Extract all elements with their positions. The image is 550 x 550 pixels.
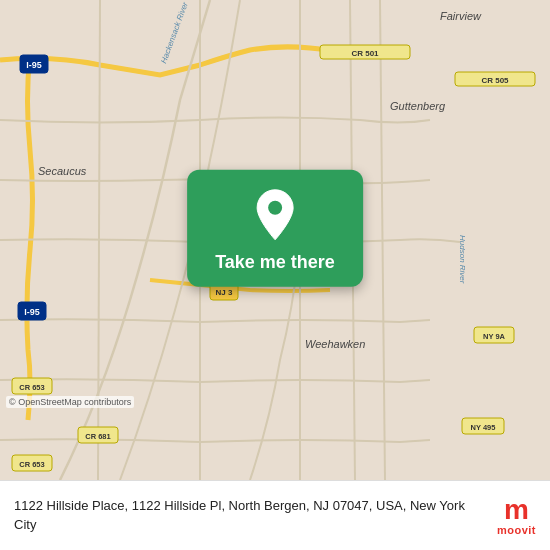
- svg-text:Secaucus: Secaucus: [38, 165, 87, 177]
- svg-text:CR 505: CR 505: [481, 76, 509, 85]
- moovit-brand-text: moovit: [497, 524, 536, 536]
- address-label: 1122 Hillside Place, 1122 Hillside Pl, N…: [14, 498, 465, 531]
- info-bar: 1122 Hillside Place, 1122 Hillside Pl, N…: [0, 480, 550, 550]
- location-pin-icon: [253, 188, 297, 242]
- svg-text:Fairview: Fairview: [440, 10, 482, 22]
- svg-text:Hudson River: Hudson River: [458, 235, 467, 284]
- svg-text:Guttenberg: Guttenberg: [390, 100, 446, 112]
- svg-text:I-95: I-95: [26, 60, 42, 70]
- cta-overlay[interactable]: Take me there: [187, 170, 363, 287]
- take-me-there-button[interactable]: Take me there: [187, 170, 363, 287]
- svg-text:I-95: I-95: [24, 307, 40, 317]
- svg-text:CR 681: CR 681: [85, 432, 110, 441]
- svg-point-30: [268, 201, 282, 215]
- svg-text:CR 653: CR 653: [19, 460, 44, 469]
- svg-text:Weehawken: Weehawken: [305, 338, 365, 350]
- svg-text:NY 9A: NY 9A: [483, 332, 506, 341]
- moovit-logo: m moovit: [497, 496, 536, 536]
- svg-text:NY 495: NY 495: [471, 423, 496, 432]
- address-text: 1122 Hillside Place, 1122 Hillside Pl, N…: [14, 497, 487, 533]
- svg-text:CR 653: CR 653: [19, 383, 44, 392]
- svg-text:NJ 3: NJ 3: [216, 288, 233, 297]
- copyright-text: © OpenStreetMap contributors: [6, 396, 134, 408]
- map-container: CR 501 CR 505 I-95 I-95 NJ 3 CR 653 CR 6…: [0, 0, 550, 480]
- svg-text:CR 501: CR 501: [351, 49, 379, 58]
- cta-button-label: Take me there: [215, 252, 335, 273]
- moovit-m-letter: m: [504, 496, 529, 524]
